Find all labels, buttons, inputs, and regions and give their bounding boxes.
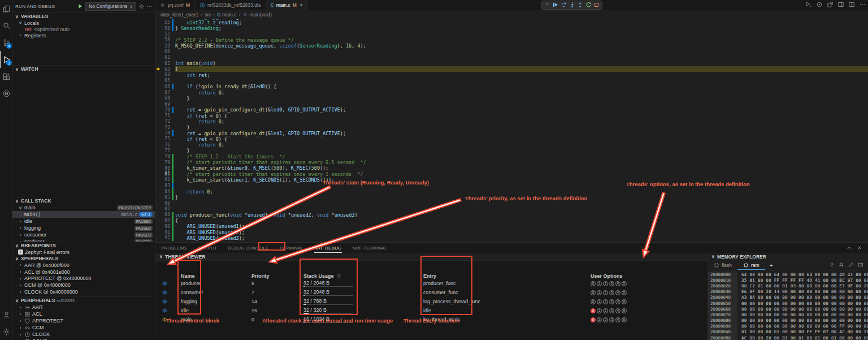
variable-row[interactable]: ret: <optimized out>	[12, 26, 155, 32]
memory-row[interactable]: 2000008000 00 00 00 00 00 00 00 00 00 00…	[708, 318, 868, 324]
panel-tab-debug-console[interactable]: DEBUG CONSOLE	[228, 243, 268, 253]
activity-bar-item-search[interactable]	[0, 17, 12, 34]
toggle-panel-icon[interactable]	[837, 1, 844, 9]
tab-main-c[interactable]: Cmain.cM×	[266, 0, 308, 10]
gutter[interactable]	[170, 177, 175, 183]
column-header-priority[interactable]: Priority	[251, 273, 270, 279]
thread-row-logging[interactable]: logging1432 / 768 Blog_process_thread_fu…	[155, 297, 708, 306]
thread-row-idle[interactable]: idle1532 / 320 Bidle012345	[155, 306, 708, 315]
gutter[interactable]	[170, 113, 175, 119]
gutter[interactable]	[170, 165, 175, 171]
gutter[interactable]	[170, 229, 175, 235]
gutter[interactable]	[170, 148, 175, 153]
gutter[interactable]	[170, 142, 175, 148]
gutter[interactable]	[170, 72, 175, 78]
gutter[interactable]	[170, 188, 175, 194]
stop-button[interactable]	[593, 2, 600, 9]
peripheral-row-acl[interactable]: ›ACL	[12, 311, 155, 317]
open-changes-icon[interactable]	[827, 1, 834, 9]
activity-bar-item-run-and-debug[interactable]: 1	[0, 51, 12, 68]
close-panel-icon[interactable]	[857, 245, 862, 251]
call-stack-row-logging[interactable]: ›loggingPAUSED	[12, 225, 155, 231]
memory-tab-ram[interactable]: ram	[737, 260, 765, 270]
step-into-button[interactable]	[569, 2, 575, 9]
activity-bar-item-extensions[interactable]	[0, 68, 12, 85]
gutter[interactable]	[170, 66, 175, 72]
gutter[interactable]	[170, 49, 175, 54]
restart-button[interactable]	[585, 2, 592, 9]
thread-row-consumer[interactable]: consumer732 / 2048 Bconsumer_func012345	[155, 288, 708, 297]
gutter[interactable]	[170, 84, 175, 89]
step-out-button[interactable]	[577, 2, 583, 9]
gutter[interactable]	[170, 223, 175, 229]
code-editor[interactable]: 54 uint32_t y_reading;55 uint32_t z_read…	[155, 0, 868, 242]
memory-row[interactable]: 2000002000 C2 01 00 00 01 03 00 00 00 00…	[708, 283, 868, 289]
xperipheral-row[interactable]: ›AAR @ 0x4000f000	[12, 262, 155, 269]
memory-row[interactable]: 2000009000 00 00 00 00 00 00 00 00 00 00…	[708, 324, 868, 329]
memory-row[interactable]: 2000000064 00 00 00 64 00 00 00 64 00 00…	[708, 272, 868, 277]
memory-row[interactable]: 2000006000 00 00 00 00 00 00 00 00 00 00…	[708, 306, 868, 312]
memory-row[interactable]: 20000040A3 8A 00 00 00 00 00 00 00 00 00…	[708, 295, 868, 300]
gutter[interactable]	[170, 25, 175, 31]
memory-tab-flash[interactable]: flash	[708, 260, 737, 270]
configurations-dropdown[interactable]: No Configurations ∨	[85, 2, 136, 11]
gutter[interactable]	[170, 200, 175, 206]
column-header-options[interactable]: User Options	[591, 273, 623, 279]
call-stack-row-consumer[interactable]: ›consumerPAUSED	[12, 231, 155, 238]
peripheral-row-aar[interactable]: ›AAR	[12, 304, 155, 311]
xperipheral-row[interactable]: ›APPROTECT @ 0x40000000	[12, 276, 155, 282]
variables-header[interactable]: ∨VARIABLES	[12, 13, 155, 20]
breadcrumb-item[interactable]: src	[205, 12, 211, 18]
memory-row[interactable]: 2000001035 81 00 00 FF FF FF FF 4D 41 00…	[708, 277, 868, 283]
memory-row[interactable]: 20000030E6 0F 00 20 13 00 00 00 00 00 00…	[708, 289, 868, 295]
activity-bar-item-explorer[interactable]	[0, 0, 12, 17]
tab-prj-conf[interactable]: prj.confM	[155, 0, 195, 10]
gutter[interactable]	[170, 78, 175, 84]
hash-icon[interactable]	[839, 262, 844, 269]
peripheral-row-comp[interactable]: ›COMP	[12, 338, 155, 340]
activity-bar-item-account[interactable]	[0, 306, 12, 323]
gutter[interactable]	[170, 136, 175, 142]
memory-row[interactable]: 200000A001 00 00 00 01 00 00 00 FF FF 07…	[708, 329, 868, 335]
split-editor-icon[interactable]	[848, 1, 855, 9]
gutter[interactable]	[170, 101, 175, 107]
tab-nrf52833dk-nrf52833-dts[interactable]: nrf52833dk_nrf52833.dts	[195, 0, 266, 10]
gutter[interactable]	[170, 31, 175, 37]
continue-button[interactable]	[552, 2, 558, 9]
memory-row[interactable]: 2000005000 00 00 00 00 00 00 00 00 00 00…	[708, 300, 868, 306]
gutter[interactable]	[170, 171, 175, 177]
activity-bar-item-nrf-connect[interactable]	[0, 85, 12, 102]
watch-header[interactable]: ∨WATCH	[12, 66, 155, 72]
thread-viewer-header[interactable]: ∨ THREAD VIEWER	[155, 253, 708, 261]
memory-row[interactable]: 2000007000 00 00 00 00 00 00 00 00 00 00…	[708, 312, 868, 317]
edit-icon[interactable]	[848, 262, 854, 269]
gutter[interactable]	[170, 130, 175, 136]
maximize-panel-icon[interactable]	[847, 245, 852, 251]
locals-group[interactable]: ∨Locals	[12, 20, 155, 26]
gutter[interactable]	[170, 183, 175, 188]
checkbox-checked-icon[interactable]: ✓	[18, 249, 23, 255]
memory-grid[interactable]: 2000000064 00 00 00 64 00 00 00 64 00 00…	[708, 272, 868, 340]
activity-bar-item-source-control[interactable]: 4	[0, 34, 12, 51]
xperipheral-row[interactable]: ›CCM @ 0x4000f000	[12, 282, 155, 289]
peripheral-row-approtect[interactable]: ›APPROTECT	[12, 317, 155, 324]
gear-icon[interactable]	[138, 3, 145, 10]
breadcrumb[interactable]: inter_less1_exer1›src›Cmain.c›main(void)	[155, 10, 868, 19]
panel-tab-output[interactable]: OUTPUT	[198, 243, 217, 253]
gutter[interactable]	[170, 89, 175, 95]
close-icon[interactable]: ×	[300, 2, 303, 8]
column-header-name[interactable]: Name	[181, 273, 195, 279]
memory-explorer-header[interactable]: ∨ MEMORY EXPLORER	[708, 253, 868, 260]
gutter[interactable]	[170, 61, 175, 66]
breadcrumb-item[interactable]: main(void)	[242, 12, 272, 18]
xperipheral-row[interactable]: ›ACL @ 0x4001e000	[12, 269, 155, 276]
gutter[interactable]	[170, 206, 175, 212]
panel-tab-problems[interactable]: PROBLEMS	[161, 243, 187, 253]
gutter[interactable]	[170, 154, 175, 160]
xperipherals-header[interactable]: ∨XPERIPHERALS	[12, 255, 155, 262]
gutter[interactable]	[170, 55, 175, 61]
thread-row-main[interactable]: main016 / 1024 Bbg_thread_main012345	[155, 315, 708, 324]
gutter[interactable]	[170, 107, 175, 113]
call-stack-row-idle[interactable]: ›idlePAUSED	[12, 218, 155, 225]
call-stack-row-main[interactable]: main()main.c63:1	[12, 211, 155, 218]
